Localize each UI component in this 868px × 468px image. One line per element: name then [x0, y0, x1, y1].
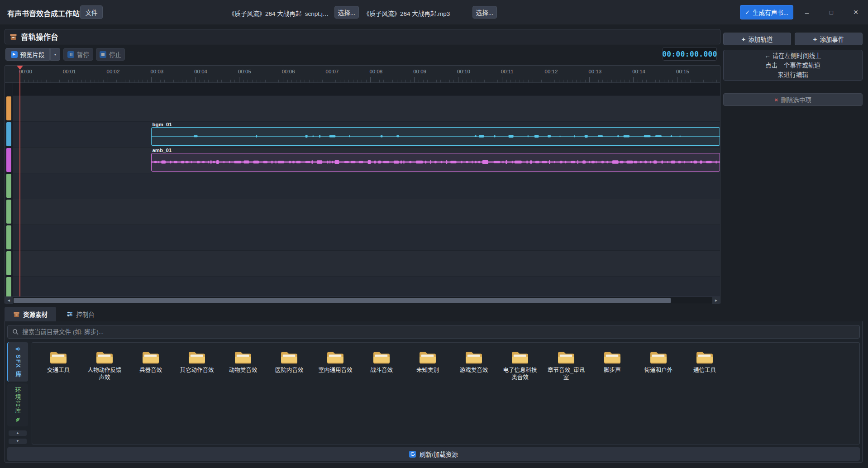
- preview-dropdown-button[interactable]: ▼: [50, 48, 60, 61]
- add-event-button[interactable]: + 添加事件: [795, 33, 863, 45]
- delete-selected-button[interactable]: × 删除选中项: [723, 93, 863, 106]
- ruler-minor-tick: [143, 80, 143, 82]
- ruler-minor-tick: [659, 80, 660, 82]
- ruler-major-tick: [502, 77, 502, 82]
- app-title: 有声书音效合成工作站: [7, 8, 80, 19]
- ruler-minor-tick: [655, 80, 656, 82]
- folder-item[interactable]: 街道和户外: [636, 347, 681, 381]
- tab-console[interactable]: 控制台: [58, 307, 103, 321]
- file-menu-button[interactable]: 文件: [80, 5, 103, 19]
- preview-label: 预览片段: [20, 50, 45, 59]
- track-row[interactable]: [13, 250, 720, 276]
- ruler-major-tick: [64, 77, 64, 82]
- folder-item[interactable]: 动物类音效: [220, 347, 266, 381]
- script-choose-button[interactable]: 选择...: [334, 6, 359, 19]
- folder-item[interactable]: 其它动作音效: [174, 347, 219, 381]
- folder-item[interactable]: 交通工具: [36, 347, 81, 381]
- ruler-label: 00:13: [588, 69, 601, 74]
- ruler-minor-tick: [471, 80, 472, 82]
- timecode-display: 00:00:00.000: [663, 47, 717, 61]
- ruler-minor-tick: [68, 80, 69, 82]
- audio-clip-bgm_01[interactable]: [151, 127, 720, 146]
- category-scroll-up-button[interactable]: ▲: [9, 430, 27, 436]
- track-row[interactable]: [13, 224, 720, 250]
- ruler-minor-tick: [309, 80, 310, 82]
- ruler-minor-tick: [208, 80, 209, 82]
- folder-item[interactable]: 兵器音效: [128, 347, 173, 381]
- ruler-minor-tick: [651, 80, 651, 82]
- tab-resources[interactable]: 资源素材: [5, 307, 56, 321]
- ruler-label: 00:15: [676, 69, 689, 74]
- ruler-minor-tick: [427, 80, 428, 82]
- folder-item[interactable]: 通信工具: [682, 347, 727, 381]
- collapsed-track-band[interactable]: [13, 83, 720, 96]
- category-tab-sfx[interactable]: SFX 库: [7, 342, 28, 382]
- ruler-minor-tick: [318, 80, 318, 82]
- minimize-button[interactable]: –: [797, 0, 817, 24]
- ruler-minor-tick: [38, 80, 38, 82]
- ruler-major-tick: [546, 77, 546, 82]
- ruler-minor-tick: [248, 80, 248, 82]
- search-input[interactable]: [22, 329, 855, 335]
- ruler-minor-tick: [436, 80, 437, 82]
- folder-item[interactable]: 脚步声: [590, 347, 635, 381]
- folder-item[interactable]: 医院内音效: [267, 347, 312, 381]
- pause-button[interactable]: 暂停: [63, 48, 93, 61]
- ruler-minor-tick: [138, 80, 138, 82]
- folder-item[interactable]: 游戏类音效: [451, 347, 496, 381]
- folder-item[interactable]: 室内通用音效: [313, 347, 358, 381]
- folder-label: 室内通用音效: [318, 367, 352, 374]
- generate-audiobook-button[interactable]: ✓ 生成有声书...: [740, 5, 793, 19]
- folder-icon: [418, 350, 437, 365]
- maximize-button[interactable]: □: [821, 0, 841, 24]
- ruler-major-tick: [108, 77, 108, 82]
- ruler-minor-tick: [581, 80, 581, 82]
- folder-item[interactable]: 战斗音效: [359, 347, 404, 381]
- ruler-minor-tick: [708, 80, 708, 82]
- hint-line: 点击一个事件或轨道: [765, 61, 820, 70]
- timeline-ruler[interactable]: 00:0000:0100:0200:0300:0400:0500:0600:07…: [5, 66, 720, 83]
- track-color-strip: [6, 174, 11, 198]
- category-tab-ambient[interactable]: 环境音库: [7, 383, 28, 426]
- folder-item[interactable]: 未知类别: [405, 347, 450, 381]
- ruler-minor-tick: [563, 80, 563, 82]
- ruler-minor-tick: [602, 80, 603, 82]
- category-scroll-down-button[interactable]: ▼: [9, 439, 27, 444]
- folder-label: 人物动作反馈声效: [86, 367, 124, 381]
- scrollbar-thumb[interactable]: [14, 298, 671, 303]
- scroll-right-button[interactable]: ▶: [712, 297, 720, 304]
- folder-item[interactable]: 电子信息科技类音效: [497, 347, 543, 381]
- audio-choose-label: 选择...: [476, 8, 493, 17]
- track-row[interactable]: [13, 199, 720, 224]
- ruler-minor-tick: [559, 80, 559, 82]
- stop-button[interactable]: 停止: [96, 48, 125, 61]
- ruler-minor-tick: [379, 80, 380, 82]
- ruler-minor-tick: [186, 80, 187, 82]
- ruler-minor-tick: [322, 80, 323, 82]
- audio-clip-amb_01[interactable]: [151, 153, 720, 172]
- track-color-strip: [6, 148, 11, 172]
- folder-item[interactable]: 人物动作反馈声效: [82, 347, 127, 381]
- ruler-minor-tick: [620, 80, 620, 82]
- scroll-left-button[interactable]: ◀: [5, 297, 13, 304]
- folder-item[interactable]: 章节音效_审讯室: [544, 347, 589, 381]
- add-track-button[interactable]: + 添加轨道: [723, 33, 791, 45]
- timeline-scrollbar[interactable]: ◀ ▶: [5, 296, 720, 304]
- folder-icon: [510, 350, 529, 365]
- ruler-minor-tick: [524, 80, 524, 82]
- ruler-minor-tick: [638, 80, 638, 82]
- folder-label: 其它动作音效: [180, 367, 214, 374]
- refresh-resources-button[interactable]: 刷新/加载资源: [7, 447, 860, 461]
- preview-clip-button[interactable]: ▶ 预览片段: [5, 48, 50, 61]
- track-row[interactable]: [13, 173, 720, 199]
- track-row[interactable]: [13, 96, 720, 121]
- ruler-major-tick: [414, 77, 415, 82]
- ruler-minor-tick: [515, 80, 515, 82]
- folder-icon: [95, 350, 114, 365]
- close-button[interactable]: ×: [846, 0, 866, 24]
- audio-choose-button[interactable]: 选择...: [472, 6, 497, 19]
- ruler-minor-tick: [410, 80, 410, 82]
- ruler-minor-tick: [528, 80, 529, 82]
- track-row[interactable]: [13, 276, 720, 297]
- ruler-minor-tick: [629, 80, 630, 82]
